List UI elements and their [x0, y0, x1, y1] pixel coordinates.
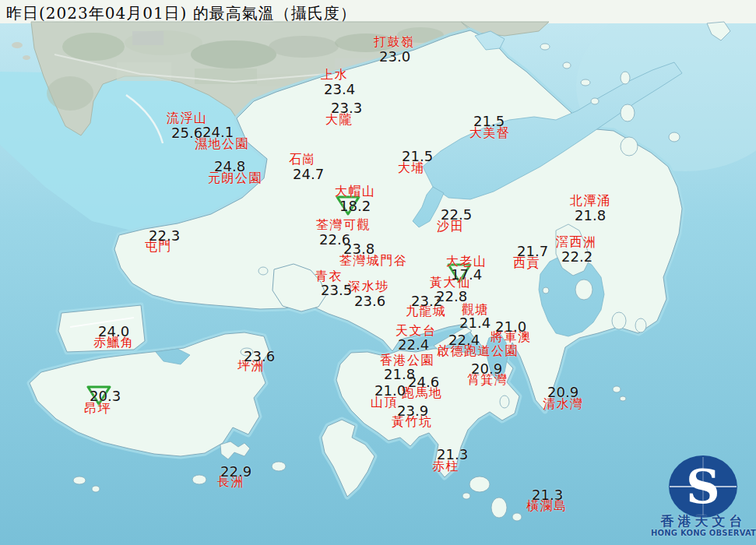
station-shek-kong-value: 24.7 — [293, 167, 324, 181]
station-wetland-park-value: 24.1 — [202, 125, 234, 139]
station-tsuen-wan-shing-mun-valley-value: 23.8 — [343, 242, 374, 256]
station-lau-fau-shan-name: 流浮山 — [167, 112, 208, 125]
station-shek-kong-name: 石崗 — [289, 153, 316, 167]
station-tseung-kwan-o-value: 21.0 — [495, 320, 526, 334]
weather-map-screen: 昨日(2023年04月01日) 的最高氣溫（攝氏度） 打鼓嶺23.0上水23.4… — [0, 0, 756, 545]
station-tai-lung-value: 23.3 — [331, 101, 362, 115]
station-sham-shui-po-name: 深水埗 — [348, 280, 389, 294]
station-peng-chau-value: 23.6 — [244, 350, 275, 364]
station-kai-tak-runway-park-value: 22.4 — [448, 333, 480, 347]
station-ta-kwu-ling-value: 23.0 — [379, 50, 410, 64]
station-kowloon-city-value: 23.2 — [411, 294, 442, 308]
station-yuen-long-park-value: 24.8 — [214, 160, 245, 174]
station-ngong-ping-name: 昂坪 — [84, 403, 111, 416]
station-kau-sai-chau-name: 滘西洲 — [556, 236, 597, 249]
station-kwun-tong-value: 21.4 — [459, 316, 491, 330]
station-ta-kwu-ling-name: 打鼓嶺 — [374, 36, 415, 49]
station-pak-tam-chung-value: 21.8 — [575, 209, 606, 223]
station-tai-mo-shan-value: 18.2 — [339, 199, 371, 213]
station-tai-mei-tuk-value: 21.5 — [473, 114, 505, 128]
hko-logo-en: HONG KONG OBSERVATORY — [651, 529, 756, 537]
station-tuen-mun-value: 22.3 — [149, 229, 180, 243]
station-sha-tin-value: 22.5 — [441, 208, 472, 222]
station-labels-layer: 打鼓嶺23.0上水23.4大隴23.3流浮山25.6濕地公園24.1元朗公園24… — [0, 0, 756, 545]
station-tai-mo-shan-name: 大帽山 — [335, 185, 376, 199]
hko-logo-cjk: 香港天文台 — [651, 512, 756, 530]
station-waglan-island-value: 21.3 — [532, 488, 563, 502]
map-title: 昨日(2023年04月01日) 的最高氣溫（攝氏度） — [6, 3, 357, 24]
station-tai-po-value: 21.5 — [402, 149, 433, 164]
station-pak-tam-chung-name: 北潭涌 — [570, 195, 611, 208]
station-cheung-chau-value: 22.9 — [220, 465, 251, 479]
station-wong-chuk-hang-value: 23.9 — [397, 404, 428, 418]
station-lau-fau-shan-value: 25.6 — [171, 126, 202, 140]
station-victoria-peak-value: 21.0 — [374, 384, 406, 398]
station-clear-water-bay-value: 20.9 — [547, 385, 578, 399]
svg-text:S: S — [686, 459, 719, 514]
station-tates-cairn-value: 17.4 — [451, 268, 482, 282]
station-happy-valley-value: 24.6 — [408, 375, 439, 389]
station-chek-lap-kok-value: 24.0 — [98, 325, 129, 339]
station-stanley-value: 21.3 — [437, 448, 468, 462]
station-sham-shui-po-value: 23.6 — [354, 294, 385, 308]
station-observatory-value: 22.4 — [398, 338, 429, 352]
station-tsing-yi-value: 23.5 — [321, 283, 352, 297]
station-kau-sai-chau-value: 22.2 — [561, 250, 592, 264]
station-tsuen-wan-ho-koon-name: 荃灣可觀 — [316, 219, 371, 232]
station-shau-kei-wan-value: 20.9 — [471, 362, 502, 376]
station-sheung-shui-name: 上水 — [321, 69, 348, 82]
hko-logo: S 香港天文台 HONG KONG OBSERVATORY — [651, 455, 756, 545]
station-sai-kung-value: 21.7 — [517, 244, 548, 258]
station-ngong-ping-value: 20.3 — [90, 389, 121, 403]
station-sheung-shui-value: 23.4 — [324, 83, 355, 97]
